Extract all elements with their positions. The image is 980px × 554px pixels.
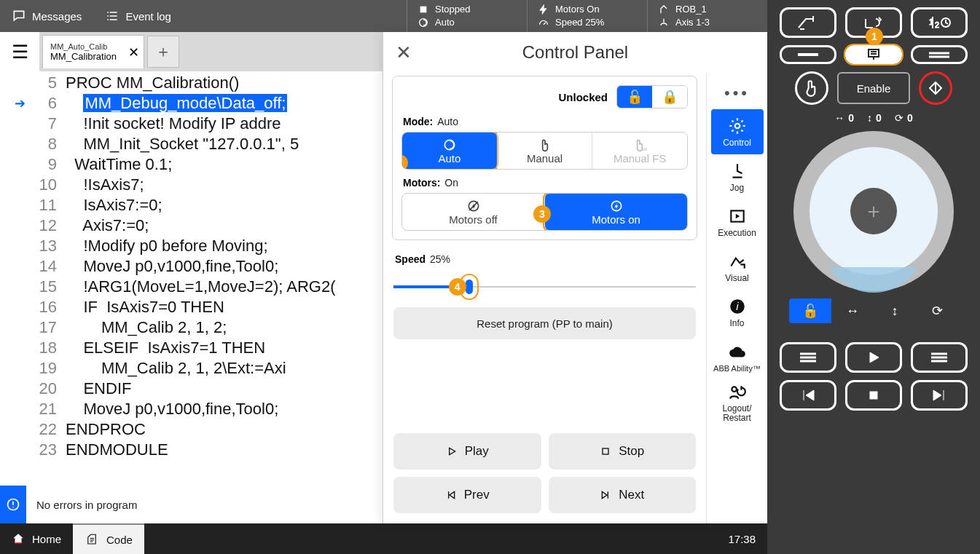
error-text: No errors in program xyxy=(26,499,137,511)
callout-2: 2 xyxy=(401,154,408,170)
stop-icon xyxy=(600,446,611,457)
nav-jog[interactable]: Jog xyxy=(711,154,764,199)
nav-info[interactable]: i Info xyxy=(711,290,764,335)
tab-module: MM_Auto_Calib xyxy=(50,42,136,51)
mode-auto-button[interactable]: Auto 2 xyxy=(402,132,497,169)
toggle-r-icon[interactable]: ⟳ xyxy=(916,298,958,323)
hw-stop-button[interactable] xyxy=(845,380,902,411)
hw-slim-center[interactable] xyxy=(845,45,902,64)
hw-slim-left[interactable] xyxy=(780,45,836,64)
menu-button[interactable]: ☰ xyxy=(0,32,39,71)
hw-estop-button[interactable] xyxy=(919,71,952,105)
mode-manualfs-button[interactable]: 100% Manual FS xyxy=(592,132,687,169)
unlock-icon[interactable]: 🔓 xyxy=(617,86,652,108)
prev-icon xyxy=(445,489,457,501)
svg-rect-3 xyxy=(15,542,22,544)
axis-toggle[interactable]: 🔓 ↔ ↕ ⟳ xyxy=(789,298,958,323)
play-icon xyxy=(446,446,458,457)
hw-menu1-button[interactable] xyxy=(780,342,836,373)
panel-title: Control Panel xyxy=(424,42,726,63)
svg-rect-29 xyxy=(870,392,877,399)
control-panel: ✕ Control Panel Unlocked 🔓 🔒 Mode:Auto xyxy=(383,32,767,523)
svg-line-7 xyxy=(469,202,478,210)
close-panel-button[interactable]: ✕ xyxy=(383,41,424,64)
eventlog-icon xyxy=(105,9,119,23)
status-run: Stopped Auto xyxy=(407,0,527,32)
jog-icon xyxy=(728,162,747,181)
joystick[interactable]: ＋ xyxy=(793,131,954,291)
hw-skipback-button[interactable] xyxy=(780,380,836,411)
motors-on-button[interactable]: Motors on 3 xyxy=(544,194,687,230)
next-button[interactable]: Next xyxy=(549,477,697,513)
error-icon[interactable] xyxy=(0,486,26,523)
tab-routine: MM_Calibration xyxy=(50,51,136,62)
visual-icon xyxy=(728,252,747,271)
nav-ability[interactable]: ABB Ability™ xyxy=(711,335,764,380)
svg-point-14 xyxy=(732,387,737,392)
callout-4: 4 xyxy=(449,278,466,296)
hw-slim-right[interactable] xyxy=(911,45,968,64)
motors-off-button[interactable]: Motors off xyxy=(402,194,544,230)
cloud-icon xyxy=(728,343,747,362)
clock: 17:38 xyxy=(728,533,767,545)
tab-close-icon[interactable]: ✕ xyxy=(128,44,139,60)
add-tab-button[interactable]: ＋ xyxy=(147,36,179,68)
hw-tool-button[interactable] xyxy=(780,7,836,38)
gear-icon xyxy=(728,116,747,135)
svg-text:2: 2 xyxy=(935,20,939,29)
messages-label: Messages xyxy=(32,10,82,23)
unlocked-label: Unlocked xyxy=(558,91,608,103)
hw-menu2-button[interactable] xyxy=(911,342,968,373)
nav-execution[interactable]: Execution xyxy=(711,199,764,245)
toggle-y-icon[interactable]: ↕ xyxy=(874,298,916,323)
tab-active[interactable]: MM_Auto_Calib MM_Calibration ✕ xyxy=(42,35,144,68)
home-button[interactable]: Home xyxy=(0,523,73,554)
messages-icon xyxy=(12,9,26,23)
eventlog-button[interactable]: Event log xyxy=(93,0,183,32)
prev-button[interactable]: Prev xyxy=(393,477,541,513)
play-button[interactable]: Play xyxy=(393,433,541,470)
nav-visual[interactable]: Visual xyxy=(711,245,764,290)
bottom-bar: Home Code 17:38 xyxy=(0,523,767,554)
code-icon xyxy=(85,533,99,546)
messages-button[interactable]: Messages xyxy=(0,0,93,32)
callout-3: 3 xyxy=(533,205,551,223)
speed-slider[interactable]: 4 xyxy=(393,280,696,296)
status-robot: ROB_1 Axis 1-3 xyxy=(647,0,767,32)
top-status-bar: Messages Event log Stopped Auto Motors O… xyxy=(0,0,767,32)
hw-enable-button[interactable]: Enable xyxy=(837,72,910,104)
manual-icon xyxy=(538,138,552,152)
more-button[interactable]: ••• xyxy=(707,77,767,109)
status-motors: Motors On Speed 25% xyxy=(527,0,647,32)
hw-play-button[interactable] xyxy=(845,342,902,373)
joystick-hub-icon: ＋ xyxy=(850,188,897,234)
coord-readout: ↔ 0 ↕ 0 ⟳ 0 xyxy=(834,112,912,124)
next-icon xyxy=(600,489,611,501)
home-icon xyxy=(12,532,25,545)
svg-text:100%: 100% xyxy=(642,146,648,151)
code-tab-button[interactable]: Code xyxy=(73,523,144,554)
hw-hand-button[interactable] xyxy=(795,71,828,105)
svg-rect-9 xyxy=(603,448,608,454)
motors-off-icon xyxy=(466,199,481,213)
teach-pendant-panel: 12 1 Enable ↔ 0 ↕ 0 ⟳ 0 ＋ 🔓 xyxy=(767,0,980,554)
manualfs-icon: 100% xyxy=(632,138,647,152)
svg-point-10 xyxy=(734,123,740,128)
nav-logout[interactable]: Logout/ Restart xyxy=(711,380,764,425)
toggle-lock-icon[interactable]: 🔓 xyxy=(789,298,831,323)
nav-control[interactable]: Control xyxy=(711,109,764,154)
hw-step-button[interactable]: 12 xyxy=(911,7,968,38)
execution-icon xyxy=(728,207,747,226)
logout-icon xyxy=(728,383,747,402)
mode-manual-button[interactable]: Manual xyxy=(497,132,592,169)
panel-sidenav: ••• Control Jog Execution xyxy=(706,73,767,523)
stop-button[interactable]: Stop xyxy=(549,433,697,470)
reset-program-button[interactable]: Reset program (PP to main) xyxy=(393,307,696,339)
lock-icon[interactable]: 🔒 xyxy=(652,86,687,108)
eventlog-label: Event log xyxy=(125,10,171,23)
toggle-x-icon[interactable]: ↔ xyxy=(831,298,874,323)
auto-icon xyxy=(442,138,457,152)
hw-skipfwd-button[interactable] xyxy=(911,380,968,411)
info-icon: i xyxy=(728,297,747,316)
lock-toggle[interactable]: 🔓 🔒 xyxy=(616,85,688,108)
